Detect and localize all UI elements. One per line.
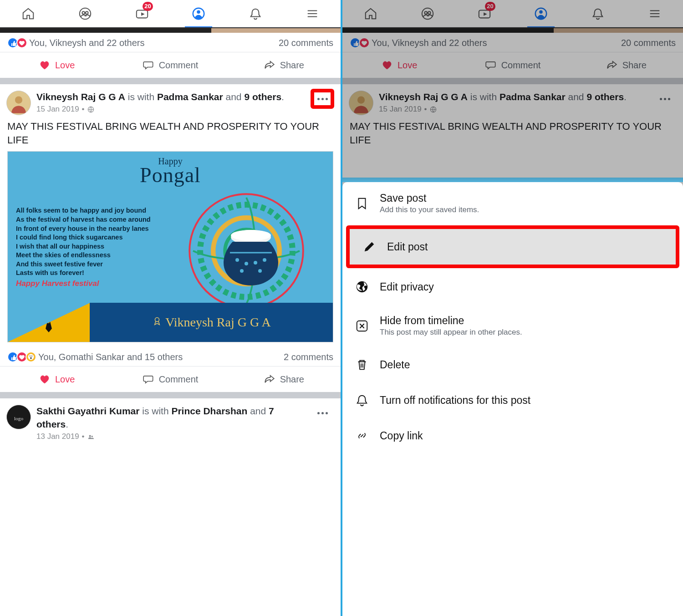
image-sliver: [342, 178, 683, 182]
menu-save-post[interactable]: Save postAdd this to your saved items.: [342, 182, 683, 224]
watch-badge: 20: [485, 2, 495, 11]
comment-button[interactable]: Comment: [113, 52, 227, 78]
tab-profile[interactable]: [527, 0, 555, 27]
tab-profile[interactable]: [185, 0, 212, 27]
globe-icon: [354, 279, 370, 295]
post3-byline[interactable]: Sakthi Gayathri Kumar is with Prince Dha…: [36, 405, 305, 442]
feed-r: You, Vikneysh and 22 others 20 comments …: [342, 27, 683, 151]
love-button[interactable]: Love: [342, 52, 456, 78]
comment-button[interactable]: Comment: [456, 52, 569, 78]
profile-icon: [534, 7, 548, 20]
comment-icon: [143, 59, 154, 71]
pongal-pot: [219, 224, 283, 287]
comment-icon: [143, 373, 154, 385]
phone-right: 20 You, Vikneysh and 22 others 20 commen…: [342, 0, 683, 616]
bell-icon: [591, 7, 605, 20]
menu-hide-from-timeline[interactable]: Hide from timelineThis post may still ap…: [342, 305, 683, 347]
comment-count-2[interactable]: 2 comments: [284, 352, 333, 362]
post-more-button[interactable]: [653, 89, 677, 109]
svg-point-33: [258, 269, 262, 273]
reaction-bar-2[interactable]: You, Gomathi Sankar and 15 others 2 comm…: [0, 347, 341, 366]
prev-post-media: [342, 27, 683, 33]
tab-notifications[interactable]: [242, 0, 269, 27]
menu-turn-off-notifications[interactable]: Turn off notifications for this post: [342, 382, 683, 418]
share-label: Share: [280, 60, 304, 71]
share-button[interactable]: Share: [570, 52, 683, 78]
love-button-2[interactable]: Love: [0, 367, 113, 392]
top-nav: 20: [0, 0, 341, 27]
groups-icon: [421, 7, 434, 20]
tab-menu[interactable]: [299, 0, 326, 27]
menu-edit-privacy[interactable]: Edit privacy: [342, 269, 683, 305]
tagged-name: Padma Sankar: [157, 92, 223, 102]
svg-text:logo: logo: [14, 416, 24, 421]
svg-point-32: [240, 269, 244, 273]
pencil-icon: [362, 239, 377, 255]
share-button-2[interactable]: Share: [227, 367, 341, 392]
avatar[interactable]: [349, 91, 373, 115]
tab-groups[interactable]: [71, 0, 99, 27]
post-more-button[interactable]: [311, 89, 334, 109]
reaction-icons-2: [7, 351, 35, 362]
heart-filled-icon: [381, 59, 393, 71]
bookmark-icon: [354, 196, 370, 211]
avatar[interactable]: [6, 91, 31, 115]
card-footer: Vikneysh Raj G G A: [8, 303, 333, 342]
feed-separator: [0, 78, 341, 84]
reaction-bar[interactable]: You, Vikneysh and 22 others 20 comments: [342, 33, 683, 52]
post-byline[interactable]: Vikneysh Raj G G A is with Padma Sankar …: [36, 91, 305, 115]
menu-edit-post[interactable]: Edit post: [350, 229, 676, 265]
feed-separator-2: [0, 392, 341, 398]
love-reaction-icon: [359, 37, 370, 48]
friends-icon: [87, 433, 94, 440]
others-count: 9 others: [244, 92, 281, 102]
tab-groups[interactable]: [414, 0, 441, 27]
tab-watch[interactable]: 20: [128, 0, 156, 27]
card-signature: Vikneysh Raj G G A: [165, 315, 271, 330]
menu-copy-link[interactable]: Copy link: [342, 418, 683, 453]
post-meta: 15 Jan 2019•: [36, 104, 305, 115]
tab-home[interactable]: [357, 0, 384, 27]
comment-button-2[interactable]: Comment: [113, 367, 227, 392]
feed: You, Vikneysh and 22 others 20 comments …: [0, 27, 341, 445]
tab-menu[interactable]: [641, 0, 668, 27]
public-icon: [430, 106, 437, 113]
post-image-card[interactable]: HappyPongal All folks seem to be happy a…: [7, 151, 333, 342]
svg-point-30: [254, 261, 257, 265]
profile-icon: [192, 7, 205, 20]
watch-badge: 20: [143, 2, 153, 11]
tab-home[interactable]: [15, 0, 42, 27]
post-options-sheet: Save postAdd this to your saved items. E…: [342, 182, 683, 616]
hide-icon: [354, 318, 370, 334]
tab-notifications[interactable]: [584, 0, 612, 27]
post-byline[interactable]: Vikneysh Raj G G A is with Padma Sankar …: [379, 91, 647, 115]
card-poem: All folks seem to be happy and joy bound…: [16, 206, 157, 278]
post3-more-button[interactable]: [311, 403, 334, 423]
bell-icon: [354, 392, 370, 408]
nib-icon: [8, 303, 90, 342]
comment-count[interactable]: 20 comments: [279, 38, 333, 48]
svg-point-37: [357, 96, 365, 103]
menu-icon: [306, 7, 319, 20]
reaction-text: You, Vikneysh and 22 others: [29, 38, 145, 48]
svg-point-27: [231, 230, 271, 241]
phone-left: 20 You, Vikneysh and 22 others 20 commen…: [0, 0, 341, 616]
post-text: MAY THIS FESTIVAL BRING WEALTH AND PROSP…: [0, 118, 341, 151]
share-button[interactable]: Share: [227, 52, 341, 78]
comment-icon: [485, 59, 497, 71]
avatar-3[interactable]: logo: [6, 405, 31, 429]
trash-icon: [354, 357, 370, 372]
card-hhf: Happy Harvest festival: [16, 279, 99, 288]
reaction-bar[interactable]: You, Vikneysh and 22 others 20 comments: [0, 33, 341, 52]
post3-header: logo Sakthi Gayathri Kumar is with Princ…: [0, 398, 341, 445]
love-button[interactable]: Love: [0, 52, 113, 78]
home-icon: [21, 7, 35, 20]
menu-icon: [648, 7, 662, 20]
comment-label: Comment: [159, 60, 199, 71]
menu-delete[interactable]: Delete: [342, 347, 683, 382]
wow-reaction-icon: [25, 351, 36, 362]
groups-icon: [78, 7, 92, 20]
svg-point-29: [245, 262, 248, 265]
tab-watch[interactable]: 20: [471, 0, 498, 27]
svg-point-21: [15, 96, 22, 103]
